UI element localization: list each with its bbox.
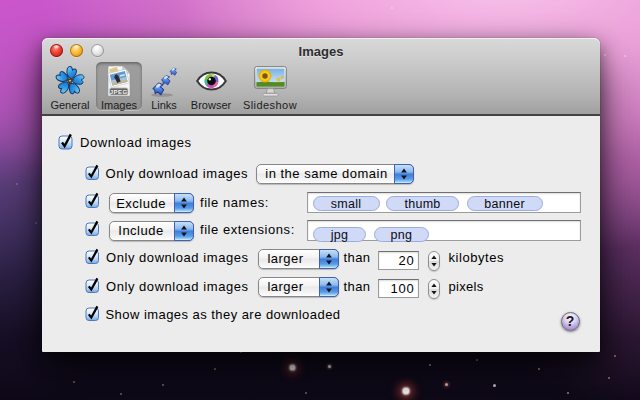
svg-text:JPEG: JPEG: [110, 89, 128, 95]
